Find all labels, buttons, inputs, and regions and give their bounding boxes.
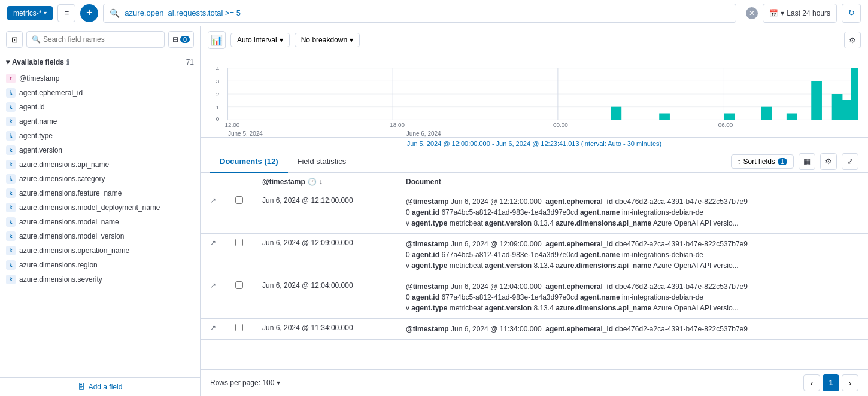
- date-picker[interactable]: 📅 ▾ Last 24 hours: [763, 4, 837, 23]
- field-item-azure-category[interactable]: k azure.dimensions.category: [0, 172, 200, 186]
- sort-desc-icon[interactable]: ↓: [319, 178, 323, 186]
- database-icon: 🗄: [78, 383, 85, 391]
- field-type-badge: k: [6, 117, 16, 126]
- timestamp-col-label: @timestamp: [262, 178, 305, 186]
- filter-badge[interactable]: ⊟ 0: [168, 31, 194, 48]
- svg-text:2: 2: [216, 91, 219, 98]
- row-timestamp: Jun 6, 2024 @ 11:34:00.000: [253, 319, 396, 340]
- field-item-agent-id[interactable]: k agent.id: [0, 100, 200, 114]
- fields-count: 71: [186, 58, 194, 66]
- svg-text:3: 3: [216, 78, 220, 84]
- breakdown-button[interactable]: No breakdown ▾: [295, 33, 360, 47]
- collapse-icon[interactable]: ▾: [6, 58, 10, 66]
- field-name: azure.dimensions.category: [19, 175, 105, 183]
- table-row: ↗ Jun 6, 2024 @ 12:12:00.000 @timestamp …: [201, 191, 868, 234]
- add-field-footer[interactable]: 🗄 Add a field: [0, 377, 200, 396]
- search-field-input[interactable]: [43, 35, 159, 44]
- field-item-agent-name[interactable]: k agent.name: [0, 114, 200, 129]
- columns-button[interactable]: ▦: [799, 153, 815, 170]
- sidebar-toggle-icon: ⊡: [11, 35, 18, 44]
- add-button[interactable]: +: [80, 4, 98, 22]
- field-type-badge: k: [6, 102, 16, 112]
- chevron-down-icon: ▾: [280, 36, 283, 44]
- field-item-azure-model-deployment[interactable]: k azure.dimensions.model_deployment_name: [0, 200, 200, 215]
- tab-field-statistics[interactable]: Field statistics: [288, 151, 356, 173]
- sidebar: ⊡ 🔍 ⊟ 0 ▾ Available fields ℹ 71 t: [0, 26, 201, 396]
- row-document: @timestamp Jun 6, 2024 @ 12:09:00.000 ag…: [396, 234, 868, 276]
- field-name: azure.dimensions.feature_name: [19, 189, 122, 197]
- field-type-badge: k: [6, 217, 16, 227]
- svg-text:0: 0: [216, 115, 220, 122]
- metrics-label: metrics-*: [13, 9, 41, 17]
- prev-page-button[interactable]: ‹: [803, 374, 820, 391]
- field-name: azure.dimensions.model_version: [19, 232, 124, 240]
- settings-icon-button[interactable]: ⚙: [844, 32, 861, 48]
- pagination: ‹ 1 ›: [803, 374, 858, 391]
- metrics-dropdown-button[interactable]: metrics-* ▾: [7, 6, 53, 20]
- field-item-azure-api-name[interactable]: k azure.dimensions.api_name: [0, 157, 200, 172]
- tab-documents[interactable]: Documents (12): [210, 151, 288, 173]
- field-name: azure.dimensions.severity: [19, 275, 102, 284]
- svg-rect-15: [659, 114, 670, 120]
- search-icon: 🔍: [32, 35, 41, 44]
- field-item-azure-feature-name[interactable]: k azure.dimensions.feature_name: [0, 186, 200, 200]
- sidebar-top: ⊡ 🔍 ⊟ 0: [0, 26, 200, 53]
- field-item-azure-region[interactable]: k azure.dimensions.region: [0, 258, 200, 272]
- row-document: @timestamp Jun 6, 2024 @ 12:12:00.000 ag…: [396, 191, 868, 234]
- sort-fields-button[interactable]: ↕ Sort fields 1: [731, 154, 794, 169]
- filter-button[interactable]: ≡: [57, 4, 75, 22]
- expand-icon[interactable]: ↗: [210, 281, 216, 290]
- table-area: @timestamp 🕐 ↓ Document ↗: [201, 173, 868, 369]
- field-item-azure-model-name[interactable]: k azure.dimensions.model_name: [0, 215, 200, 229]
- col-expand: [201, 173, 226, 191]
- field-name: azure.dimensions.model_deployment_name: [19, 203, 160, 212]
- content-area: 📊 Auto interval ▾ No breakdown ▾ ⚙ 4 3: [201, 26, 868, 396]
- tabs-bar: Documents (12) Field statistics ↕ Sort f…: [201, 151, 868, 173]
- settings-button[interactable]: ⚙: [820, 153, 837, 170]
- row-checkbox[interactable]: [235, 239, 243, 246]
- svg-rect-18: [787, 114, 797, 120]
- next-page-button[interactable]: ›: [842, 374, 858, 391]
- chart-filter-button[interactable]: 📊: [208, 31, 226, 49]
- field-name: azure.dimensions.api_name: [19, 160, 109, 169]
- field-item-agent-ephemeral-id[interactable]: k agent.ephemeral_id: [0, 86, 200, 100]
- field-item-azure-operation-name[interactable]: k azure.dimensions.operation_name: [0, 243, 200, 258]
- svg-rect-20: [832, 94, 843, 120]
- row-checkbox[interactable]: [235, 196, 243, 204]
- field-type-badge: k: [6, 131, 16, 141]
- help-icon: ℹ: [66, 58, 69, 66]
- field-item-azure-severity[interactable]: k azure.dimensions.severity: [0, 272, 200, 287]
- row-timestamp: Jun 6, 2024 @ 12:04:00.000: [253, 276, 396, 319]
- field-type-badge: k: [6, 203, 16, 212]
- svg-text:06:00: 06:00: [718, 121, 733, 127]
- row-checkbox[interactable]: [235, 324, 243, 331]
- expand-icon[interactable]: ↗: [210, 196, 216, 205]
- field-item-agent-type[interactable]: k agent.type: [0, 129, 200, 143]
- toggle-sidebar-button[interactable]: ⊡: [6, 31, 23, 48]
- interval-button[interactable]: Auto interval ▾: [230, 33, 290, 47]
- svg-text:1: 1: [216, 104, 219, 111]
- refresh-button[interactable]: ↻: [842, 4, 861, 23]
- tabs-left: Documents (12) Field statistics: [210, 151, 356, 172]
- field-name: agent.ephemeral_id: [19, 89, 83, 97]
- field-name: @timestamp: [19, 74, 60, 83]
- clear-query-button[interactable]: ✕: [746, 7, 758, 19]
- rows-per-page-label: Rows per page: 100: [210, 379, 274, 387]
- search-icon: 🔍: [110, 8, 120, 18]
- table-footer: Rows per page: 100 ▾ ‹ 1 ›: [201, 369, 868, 396]
- rows-per-page[interactable]: Rows per page: 100 ▾: [210, 379, 280, 387]
- chart-toolbar-left: 📊 Auto interval ▾ No breakdown ▾: [208, 31, 360, 49]
- row-checkbox[interactable]: [235, 281, 243, 289]
- query-bar: 🔍 azure.open_ai.requests.total >= 5: [103, 4, 736, 23]
- row-timestamp: Jun 6, 2024 @ 12:12:00.000: [253, 191, 396, 234]
- expand-icon[interactable]: ↗: [210, 239, 216, 247]
- x-label-date-1: June 5, 2024: [228, 130, 263, 137]
- expand-icon[interactable]: ↗: [210, 324, 216, 332]
- field-type-badge: t: [6, 74, 16, 83]
- field-item-timestamp[interactable]: t @timestamp: [0, 71, 200, 86]
- col-timestamp-header[interactable]: @timestamp 🕐 ↓: [253, 173, 396, 191]
- field-item-agent-version[interactable]: k agent.version: [0, 143, 200, 157]
- field-item-azure-model-version[interactable]: k azure.dimensions.model_version: [0, 229, 200, 243]
- field-name: agent.id: [19, 103, 45, 111]
- fullscreen-button[interactable]: ⤢: [842, 153, 858, 170]
